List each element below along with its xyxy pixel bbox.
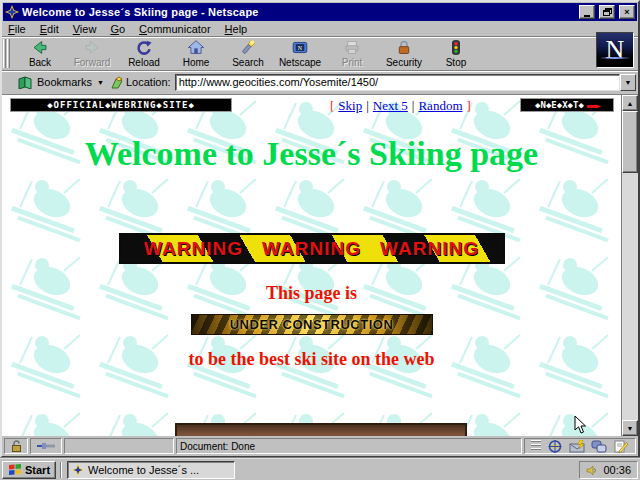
security-status-panel[interactable] xyxy=(4,438,28,454)
minimize-button[interactable] xyxy=(579,5,595,19)
reload-button[interactable]: Reload xyxy=(118,38,170,69)
windows-taskbar: Start Welcome to Jesse´s ... 00:36 xyxy=(0,458,640,480)
mailbox-icon[interactable] xyxy=(569,440,585,453)
scroll-up-button[interactable]: ▲ xyxy=(622,95,638,111)
start-button[interactable]: Start xyxy=(2,461,56,479)
task-netscape-icon xyxy=(72,464,84,476)
status-message-panel: Document: Done xyxy=(176,438,522,454)
reload-icon xyxy=(134,39,154,56)
netscape-window-icon xyxy=(5,5,19,19)
next-arrow-icon: ▬▬► xyxy=(587,100,599,111)
navigation-toolbar: Back Forward Reload Ho xyxy=(2,37,638,71)
scroll-down-button[interactable]: ▼ xyxy=(622,420,638,436)
netscape-logo[interactable]: N xyxy=(596,32,634,68)
toolbar-grip[interactable] xyxy=(3,39,12,68)
menu-item-file[interactable]: File xyxy=(8,23,26,35)
warning-word: WARNING xyxy=(144,238,243,260)
back-icon xyxy=(30,39,50,56)
task-button-netscape[interactable]: Welcome to Jesse´s ... xyxy=(67,461,235,479)
back-button[interactable]: Back xyxy=(14,38,66,69)
menu-item-view[interactable]: View xyxy=(73,23,97,35)
desktop: Welcome to Jesse´s Skiing page - Netscap… xyxy=(0,0,640,480)
location-page-icon[interactable] xyxy=(110,76,124,89)
menu-item-help[interactable]: Help xyxy=(225,23,248,35)
stop-button[interactable]: Stop xyxy=(430,38,482,69)
netscape-button[interactable]: N Netscape xyxy=(274,38,326,69)
status-text: Document: Done xyxy=(180,441,255,452)
netscape-tv-icon: N xyxy=(290,39,310,56)
progress-panel xyxy=(64,438,174,454)
print-button: Print xyxy=(326,38,378,69)
home-button[interactable]: Home xyxy=(170,38,222,69)
taskbar-divider xyxy=(60,462,63,478)
url-text: http://www.geocities.com/Yosemite/1450/ xyxy=(179,76,379,88)
webring-banner-row: ◆OFFICIAL◆WEBRING◆SITE◆ [ Skip | Next 5 … xyxy=(2,98,621,114)
tagline: to be the best ski site on the web xyxy=(2,349,621,370)
page-title: Welcome to Jesse´s Skiing page xyxy=(2,135,621,173)
component-bar-grip[interactable] xyxy=(531,440,541,452)
charter-member-banner[interactable]: ★ Charter Member xyxy=(175,423,467,436)
warning-word: WARNING xyxy=(380,238,479,260)
bracket-open: [ xyxy=(330,98,334,114)
page-canvas: ◆OFFICIAL◆WEBRING◆SITE◆ [ Skip | Next 5 … xyxy=(2,95,621,436)
bookmarks-icon xyxy=(18,76,33,89)
skip-link[interactable]: Skip xyxy=(338,98,362,114)
random-link[interactable]: Random xyxy=(418,98,462,114)
bracket-close: ] xyxy=(467,98,471,114)
bookmarks-label: Bookmarks xyxy=(37,76,92,88)
bookmarks-button[interactable]: Bookmarks ▼ xyxy=(14,74,110,91)
volume-icon[interactable] xyxy=(586,465,598,476)
composer-icon[interactable] xyxy=(613,440,629,453)
close-button[interactable]: × xyxy=(619,5,635,19)
nav-separator: | xyxy=(412,98,415,114)
security-button[interactable]: Security xyxy=(378,38,430,69)
webring-banner-official[interactable]: ◆OFFICIAL◆WEBRING◆SITE◆ xyxy=(10,98,232,112)
menu-item-edit[interactable]: Edit xyxy=(40,23,59,35)
nav-separator: | xyxy=(366,98,369,114)
tray-clock: 00:36 xyxy=(603,464,631,476)
print-icon xyxy=(342,39,362,56)
window-title: Welcome to Jesse´s Skiing page - Netscap… xyxy=(22,6,575,18)
content-row: ◆OFFICIAL◆WEBRING◆SITE◆ [ Skip | Next 5 … xyxy=(2,94,638,436)
connection-icon xyxy=(37,442,55,450)
forward-button: Forward xyxy=(66,38,118,69)
status-bar: Document: Done xyxy=(2,436,638,456)
menu-bar: File Edit View Go Communicator Help xyxy=(2,22,638,37)
task-label: Welcome to Jesse´s ... xyxy=(88,464,199,476)
intro-line: This page is xyxy=(2,283,621,304)
webring-nav-links: [ Skip | Next 5 | Random ] xyxy=(330,98,471,114)
search-button[interactable]: Search xyxy=(222,38,274,69)
warning-banner: WARNING WARNING WARNING xyxy=(119,233,505,264)
mouse-cursor xyxy=(574,415,587,435)
vertical-scrollbar[interactable]: ▲ ▼ xyxy=(621,95,638,436)
scrollbar-thumb[interactable] xyxy=(622,111,638,173)
home-icon xyxy=(186,39,206,56)
url-dropdown-button[interactable]: ▼ xyxy=(620,74,636,91)
location-bar: Bookmarks ▼ Location: http://www.geociti… xyxy=(2,71,638,94)
location-label: Location: xyxy=(126,76,171,88)
title-bar[interactable]: Welcome to Jesse´s Skiing page - Netscap… xyxy=(3,3,637,21)
under-construction-banner: UNDER CONSTRUCTION xyxy=(191,314,433,335)
menu-item-go[interactable]: Go xyxy=(110,23,125,35)
connection-panel xyxy=(30,438,62,454)
url-field[interactable]: http://www.geocities.com/Yosemite/1450/ xyxy=(175,74,620,91)
discussions-icon[interactable] xyxy=(591,440,607,453)
start-label: Start xyxy=(25,464,50,476)
component-bar xyxy=(524,438,636,454)
restore-button[interactable] xyxy=(599,5,615,19)
system-tray: 00:36 xyxy=(579,461,638,479)
navigator-icon[interactable] xyxy=(547,440,563,453)
search-icon xyxy=(238,39,258,56)
next5-link[interactable]: Next 5 xyxy=(373,98,408,114)
stop-icon xyxy=(446,39,466,56)
forward-icon xyxy=(82,39,102,56)
bookmarks-caret-icon: ▼ xyxy=(97,79,104,86)
svg-text:N: N xyxy=(298,45,303,51)
menu-item-communicator[interactable]: Communicator xyxy=(139,23,211,35)
browser-window: Welcome to Jesse´s Skiing page - Netscap… xyxy=(0,0,640,458)
status-lock-icon xyxy=(11,440,22,452)
scrollbar-track[interactable] xyxy=(622,111,638,420)
windows-logo-icon xyxy=(8,464,22,476)
webring-banner-next[interactable]: ◆N◆E◆X◆T◆ ▬▬► xyxy=(520,98,614,112)
warning-word: WARNING xyxy=(262,238,361,260)
